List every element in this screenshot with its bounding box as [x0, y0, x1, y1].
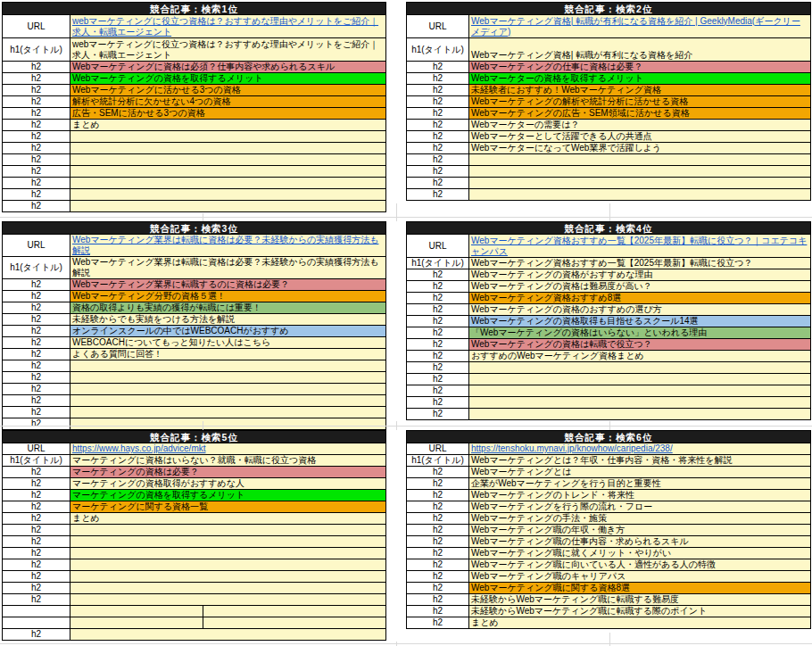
h2-row-label[interactable]: h2	[3, 291, 70, 302]
url-label[interactable]: URL	[3, 235, 70, 257]
h2-heading-cell[interactable]	[70, 143, 386, 154]
h2-row-label[interactable]: h2	[3, 154, 70, 166]
h2-row-label[interactable]: h2	[407, 73, 469, 85]
h2-row-label[interactable]: h2	[3, 536, 70, 548]
h2-heading-cell[interactable]	[469, 154, 811, 166]
h2-row-label[interactable]: h2	[3, 372, 70, 384]
h2-row-label[interactable]: h2	[3, 62, 70, 73]
h2-row-label[interactable]: h2	[407, 571, 469, 583]
h2-heading-cell[interactable]: おすすめのWebマーケティング資格まとめ	[469, 351, 811, 362]
h2-row-label[interactable]: h2	[3, 478, 70, 490]
h2-heading-cell[interactable]: Webマーケティング職に関する資格8選	[469, 583, 811, 594]
h2-row-label[interactable]: h2	[3, 201, 70, 212]
h2-heading-cell[interactable]	[469, 397, 811, 409]
url-label[interactable]: URL	[407, 443, 469, 455]
h2-row-label[interactable]: h2	[407, 559, 469, 571]
table-title[interactable]: 競合記事：検索1位	[3, 3, 386, 15]
h2-row-label[interactable]: h2	[3, 559, 70, 571]
h2-row-label[interactable]: h2	[407, 269, 469, 281]
h2-heading-cell[interactable]: Webマーケティング職の仕事内容・求められるスキル	[469, 536, 811, 548]
h2-row-label[interactable]: h2	[407, 397, 469, 409]
h2-heading-cell[interactable]	[70, 525, 386, 536]
h2-row-label[interactable]: h2	[407, 178, 469, 189]
h2-heading-cell[interactable]: 解析や統計分析に欠かせない4つの資格	[70, 96, 386, 108]
h2-heading-cell[interactable]	[70, 548, 386, 559]
h2-row-label[interactable]: h2	[407, 617, 469, 629]
url-label[interactable]: URL	[407, 235, 469, 258]
h1-label[interactable]: h1(タイトル)	[3, 455, 70, 467]
h2-heading-cell[interactable]: マーケティングの資格取得がおすすめな人	[70, 478, 386, 490]
empty-cell-right[interactable]	[203, 606, 386, 617]
url-label[interactable]: URL	[407, 15, 469, 38]
h2-heading-cell[interactable]: WEBCOACHについてもっと知りたい人はこちら	[70, 337, 386, 349]
h1-cell[interactable]: Webマーケティング資格おすすめ一覧【2025年最新】転職に役立つ？	[469, 258, 811, 269]
empty-label-cell[interactable]	[3, 606, 70, 617]
h2-heading-cell[interactable]: マーケティングに関する資格一覧	[70, 501, 386, 513]
h2-heading-cell[interactable]: Webマーケティングのトレンド・将来性	[469, 490, 811, 501]
h2-row-label[interactable]: h2	[3, 349, 70, 360]
h2-heading-cell[interactable]: 資格の取得よりも実績の獲得が転職には重要！	[70, 302, 386, 314]
h2-row-label[interactable]: h2	[3, 314, 70, 326]
h2-heading-cell[interactable]: Webマーケティング業界に転職するのに資格は必要？	[70, 279, 386, 291]
url-label[interactable]: URL	[3, 443, 70, 455]
h2-heading-cell[interactable]: Webマーケティングの広告・SEM領域に活かせる資格	[469, 108, 811, 120]
h2-heading-cell[interactable]	[70, 201, 386, 212]
h2-row-label[interactable]: h2	[3, 73, 70, 85]
h2-row-label[interactable]: h2	[3, 395, 70, 407]
h2-heading-cell[interactable]: Webマーケティングの資格は転職で役立つ？	[469, 339, 811, 351]
h2-row-label[interactable]: h2	[407, 583, 469, 594]
h2-row-label[interactable]: h2	[3, 467, 70, 478]
h2-heading-cell[interactable]	[469, 189, 811, 201]
url-cell[interactable]: https://tenshoku.mynavi.jp/knowhow/carip…	[469, 443, 811, 455]
h2-row-label[interactable]: h2	[407, 467, 469, 478]
h2-heading-cell[interactable]	[70, 407, 386, 418]
h2-row-label[interactable]: h2	[3, 85, 70, 96]
h2-row-label[interactable]: h2	[407, 154, 469, 166]
h2-row-label[interactable]: h2	[407, 351, 469, 362]
h2-row-label[interactable]: h2	[407, 120, 469, 131]
h2-row-label[interactable]: h2	[407, 385, 469, 397]
empty-cell-left[interactable]	[70, 617, 203, 629]
h2-row-label[interactable]: h2	[407, 594, 469, 606]
h2-heading-cell[interactable]: Webマーケティングの資格がおすすめな理由	[469, 269, 811, 281]
h1-label[interactable]: h1(タイトル)	[3, 38, 70, 62]
h2-row-label[interactable]: h2	[407, 513, 469, 525]
h2-heading-cell[interactable]	[469, 385, 811, 397]
h2-row-label[interactable]: h2	[407, 131, 469, 143]
h2-row-label[interactable]: h2	[3, 166, 70, 178]
url-link[interactable]: Webマーケティング業界は転職に資格は必要？未経験からの実績獲得方法も解説	[72, 235, 378, 255]
h2-heading-cell[interactable]: Webマーケティングの資格取得も目指せるスクール14選	[469, 316, 811, 327]
url-link[interactable]: Webマーケティング資格おすすめ一覧【2025年最新】転職に役立つ？｜コエテコキ…	[471, 236, 807, 256]
h2-row-label[interactable]: h2	[3, 120, 70, 131]
h2-row-label[interactable]: h2	[407, 606, 469, 617]
h2-heading-cell[interactable]	[469, 166, 811, 178]
h2-heading-cell[interactable]	[70, 372, 386, 384]
empty-cell-left[interactable]	[70, 606, 203, 617]
table-title[interactable]: 競合記事：検索6位	[407, 431, 811, 443]
table-title[interactable]: 競合記事：検索3位	[3, 222, 386, 235]
h2-heading-cell[interactable]: Webマーケティング資格おすすめ8選	[469, 293, 811, 304]
h2-row-label[interactable]: h2	[3, 326, 70, 337]
h2-row-label[interactable]: h2	[407, 501, 469, 513]
h2-row-label[interactable]: h2	[3, 360, 70, 372]
h2-heading-cell[interactable]: Webマーケティング職の年収・働き方	[469, 525, 811, 536]
h2-row-label[interactable]: h2	[407, 85, 469, 96]
h2-row-label[interactable]: h2	[3, 525, 70, 536]
h2-heading-cell[interactable]	[70, 360, 386, 372]
h2-heading-cell[interactable]: 企業がWebマーケティングを行う目的と重要性	[469, 478, 811, 490]
h2-row-label[interactable]: h2	[3, 384, 70, 395]
h2-row-label[interactable]: h2	[407, 536, 469, 548]
url-cell[interactable]: Webマーケティング資格| 転職が有利になる資格を紹介 | GeeklyMedi…	[469, 15, 811, 38]
h2-heading-cell[interactable]: マーケティングの資格は必要？	[70, 467, 386, 478]
url-link[interactable]: Webマーケティング資格| 転職が有利になる資格を紹介 | GeeklyMedi…	[471, 16, 800, 37]
h2-row-label[interactable]: h2	[407, 108, 469, 120]
url-label[interactable]: URL	[3, 15, 70, 38]
url-cell[interactable]: Webマーケティング資格おすすめ一覧【2025年最新】転職に役立つ？｜コエテコキ…	[469, 235, 811, 258]
url-cell[interactable]: Webマーケティング業界は転職に資格は必要？未経験からの実績獲得方法も解説	[70, 235, 386, 257]
h2-row-label[interactable]: h2	[407, 304, 469, 316]
url-link[interactable]: https://www.hays.co.jp/advice/mkt	[72, 443, 206, 453]
h1-cell[interactable]: Webマーケティング資格| 転職が有利になる資格を紹介	[469, 38, 811, 62]
h2-heading-cell[interactable]: Webマーケティングの手法・施策	[469, 513, 811, 525]
h2-heading-cell[interactable]: Webマーケティングの資格は難易度が高い？	[469, 281, 811, 293]
h2-row-label[interactable]: h2	[3, 501, 70, 513]
